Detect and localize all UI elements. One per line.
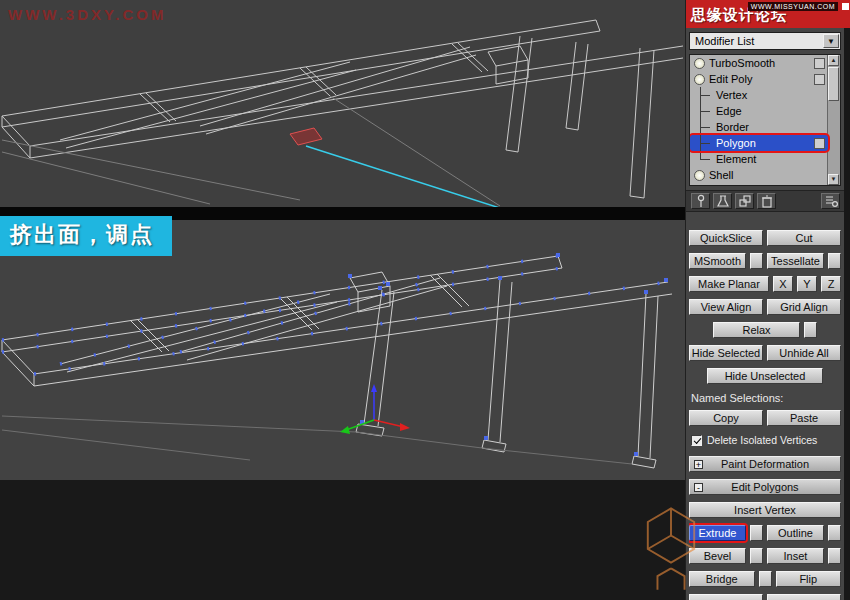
delete-isolated-vertices-checkbox[interactable]	[691, 435, 702, 446]
extrude-settings-button[interactable]	[750, 525, 763, 541]
hide-selected-button[interactable]: Hide Selected	[689, 345, 763, 361]
stack-scrollbar[interactable]: ▲ ▼	[827, 55, 840, 185]
make-planar-button[interactable]: Make Planar	[689, 276, 769, 292]
bevel-settings-button[interactable]	[750, 548, 763, 564]
show-end-result-button[interactable]	[713, 193, 732, 209]
modifier-bulb-icon[interactable]	[694, 74, 705, 85]
show-end-result-icon	[716, 194, 730, 208]
modifier-bulb-icon[interactable]	[694, 170, 705, 181]
rollout-edit-polygons[interactable]: - Edit Polygons	[689, 479, 841, 495]
pin-stack-icon	[694, 194, 708, 208]
stack-item-border[interactable]: Border	[690, 119, 828, 135]
unhide-all-button[interactable]: Unhide All	[767, 345, 841, 361]
selected-polygon-highlight	[290, 128, 322, 145]
dropdown-arrow-icon[interactable]: ▼	[823, 34, 839, 48]
viewport-bottom-wireframe	[0, 220, 685, 480]
scroll-thumb[interactable]	[828, 67, 839, 101]
remove-modifier-button[interactable]	[757, 193, 776, 209]
viewport-top[interactable]	[0, 0, 685, 207]
banner-corner-mark	[842, 3, 849, 10]
quickslice-button[interactable]: QuickSlice	[689, 230, 763, 246]
forum-banner-url: WWW.MISSYUAN.COM	[748, 2, 838, 11]
tree-elbow	[700, 151, 710, 160]
scroll-up-icon[interactable]: ▲	[828, 55, 839, 66]
modifier-list-dropdown[interactable]: Modifier List ▼	[689, 32, 841, 50]
tree-elbow	[700, 87, 710, 96]
tree-elbow	[700, 135, 710, 144]
pin-stack-button[interactable]	[691, 193, 710, 209]
cut-off-button[interactable]	[767, 594, 841, 600]
stack-item-edit-poly[interactable]: Edit Poly	[690, 71, 828, 87]
paste-button[interactable]: Paste	[767, 410, 841, 426]
scroll-down-icon[interactable]: ▼	[828, 174, 839, 185]
stack-item-turbosmooth[interactable]: TurboSmooth	[690, 55, 828, 71]
configure-modifier-sets-button[interactable]	[821, 193, 840, 209]
insert-vertex-button[interactable]: Insert Vertex	[689, 502, 841, 518]
collapse-icon[interactable]: -	[694, 483, 703, 492]
stack-item-element[interactable]: Element	[690, 151, 828, 167]
expand-icon[interactable]: +	[694, 460, 703, 469]
outline-settings-button[interactable]	[828, 525, 841, 541]
tutorial-caption: 挤出面，调点	[0, 216, 172, 256]
tessellate-settings-button[interactable]	[828, 253, 841, 269]
rollout-paint-deformation[interactable]: + Paint Deformation	[689, 456, 841, 472]
stack-item-polygon[interactable]: Polygon	[690, 135, 828, 151]
modifier-list-value: Modifier List	[695, 35, 754, 47]
inset-settings-button[interactable]	[828, 548, 841, 564]
outline-button[interactable]: Outline	[767, 525, 824, 541]
copy-button[interactable]: Copy	[689, 410, 763, 426]
msmooth-settings-button[interactable]	[750, 253, 763, 269]
sub-object-toggle[interactable]	[814, 138, 825, 149]
watermark-3dxy: WWW.3DXY.COM	[8, 6, 167, 23]
edit-geometry-rollout: QuickSlice Cut MSmooth Tessellate Make P…	[689, 216, 841, 600]
stack-item-shell[interactable]: Shell	[690, 167, 828, 183]
panel-scroll-strip[interactable]	[844, 28, 850, 600]
bridge-settings-button[interactable]	[759, 571, 772, 587]
vertex-dots	[2, 256, 668, 374]
inset-button[interactable]: Inset	[767, 548, 824, 564]
delete-isolated-vertices-label: Delete Isolated Vertices	[707, 434, 817, 446]
make-planar-y-button[interactable]: Y	[797, 276, 817, 292]
stack-item-edge[interactable]: Edge	[690, 103, 828, 119]
view-align-button[interactable]: View Align	[689, 299, 763, 315]
relax-settings-button[interactable]	[804, 322, 817, 338]
command-panel: 思缘设计论坛 WWW.MISSYUAN.COM Modifier List ▼ …	[685, 0, 850, 600]
modifier-bulb-icon[interactable]	[694, 58, 705, 69]
hide-unselected-button[interactable]: Hide Unselected	[707, 368, 823, 384]
modifier-stack: TurboSmooth Edit Poly Vertex Edge	[689, 54, 841, 186]
flip-button[interactable]: Flip	[776, 571, 842, 587]
configure-modifier-sets-icon	[824, 194, 838, 208]
cut-off-button[interactable]	[689, 594, 763, 600]
tessellate-button[interactable]: Tessellate	[767, 253, 824, 269]
tree-elbow	[700, 119, 710, 128]
modifier-toggle[interactable]	[814, 58, 825, 69]
modifier-toggle[interactable]	[814, 74, 825, 85]
make-unique-icon	[738, 194, 752, 208]
make-planar-x-button[interactable]: X	[773, 276, 793, 292]
cut-button[interactable]: Cut	[767, 230, 841, 246]
make-planar-z-button[interactable]: Z	[821, 276, 841, 292]
application-window: WWW.3DXY.COM 挤出面，调点 思缘设计论坛 WWW.MISSYUAN.…	[0, 0, 850, 600]
grid-align-button[interactable]: Grid Align	[767, 299, 841, 315]
tree-elbow	[700, 103, 710, 112]
named-selections-label: Named Selections:	[691, 391, 841, 405]
bottom-dark-strip	[0, 480, 685, 600]
make-unique-button[interactable]	[735, 193, 754, 209]
stack-item-vertex[interactable]: Vertex	[690, 87, 828, 103]
msmooth-button[interactable]: MSmooth	[689, 253, 746, 269]
selected-edge-line	[306, 146, 506, 207]
3dxy-logo	[642, 504, 700, 600]
forum-banner: 思缘设计论坛 WWW.MISSYUAN.COM	[686, 0, 850, 28]
viewport-bottom[interactable]	[0, 220, 685, 480]
viewport-top-wireframe	[0, 0, 685, 207]
stack-toolbar	[686, 190, 845, 212]
remove-modifier-icon	[760, 194, 774, 208]
relax-button[interactable]: Relax	[713, 322, 800, 338]
